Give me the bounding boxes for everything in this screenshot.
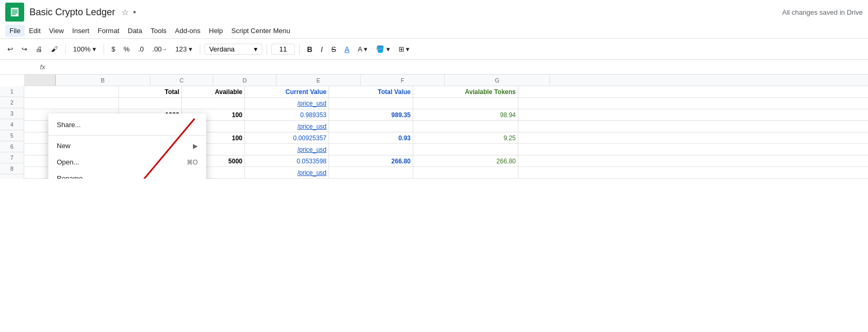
col-header-b[interactable]: B xyxy=(56,75,150,86)
svg-rect-2 xyxy=(12,11,18,12)
format-123-button[interactable]: 123 ▾ xyxy=(172,43,196,55)
decimal-decrease-button[interactable]: .0 xyxy=(135,43,147,55)
zoom-button[interactable]: 100% ▾ xyxy=(70,43,99,55)
cell-e6[interactable]: /price_usd xyxy=(245,144,329,155)
currency-button[interactable]: $ xyxy=(108,43,118,55)
menu-item-new[interactable]: New ▶ xyxy=(48,138,206,154)
cell-f7[interactable]: 266.80 xyxy=(329,155,413,167)
toolbar-separator-5 xyxy=(299,44,300,55)
menu-view[interactable]: View xyxy=(45,25,68,37)
toolbar-separator-2 xyxy=(104,44,104,55)
cell-g2[interactable] xyxy=(413,98,518,109)
cell-e3[interactable]: 0.989353 xyxy=(245,109,329,120)
cell-g8[interactable] xyxy=(413,167,518,178)
row-header-5: 5 xyxy=(0,130,24,141)
open-label: Open... xyxy=(57,158,187,166)
fill-color-button[interactable]: 🪣 ▾ xyxy=(373,43,393,55)
star-icon[interactable]: ☆ xyxy=(121,7,129,17)
cell-g3[interactable]: 98.94 xyxy=(413,109,518,120)
menu-insert[interactable]: Insert xyxy=(68,25,94,37)
cell-e7[interactable]: 0.0533598 xyxy=(245,155,329,167)
toolbar: ↩ ↪ 🖨 🖌 100% ▾ $ % .0 .00→ 123 ▾ Verdana… xyxy=(0,39,868,60)
font-name-selector[interactable]: Verdana ▾ xyxy=(205,44,262,55)
decimal-increase-button[interactable]: .00→ xyxy=(149,43,170,55)
open-shortcut: ⌘O xyxy=(187,159,198,166)
svg-rect-0 xyxy=(11,8,19,17)
row-header-2: 2 xyxy=(0,97,24,108)
menu-bar: File Edit View Insert Format Data Tools … xyxy=(0,23,868,39)
menu-item-rename[interactable]: Rename... xyxy=(48,170,206,179)
toolbar-separator-4 xyxy=(267,44,267,55)
document-title: Basic Crypto Ledger xyxy=(29,7,115,18)
cell-e8[interactable]: /price_usd xyxy=(245,167,329,178)
col-header-f[interactable]: F xyxy=(361,75,445,86)
col-header-c[interactable]: C xyxy=(150,75,213,86)
cell-e4[interactable]: /price_usd xyxy=(245,121,329,132)
cell-g6[interactable] xyxy=(413,144,518,155)
cell-g5[interactable]: 9.25 xyxy=(413,132,518,143)
cell-g7[interactable]: 266.80 xyxy=(413,155,518,167)
column-header-row: B C D E F G xyxy=(24,75,868,86)
col-header-g[interactable]: G xyxy=(445,75,550,86)
cell-f5[interactable]: 0.93 xyxy=(329,132,413,143)
cell-g4[interactable] xyxy=(413,121,518,132)
redo-button[interactable]: ↪ xyxy=(18,43,30,55)
cell-e2[interactable]: /price_usd xyxy=(245,98,329,109)
underline-button[interactable]: A xyxy=(341,43,352,56)
svg-rect-4 xyxy=(12,14,16,15)
menu-format[interactable]: Format xyxy=(94,25,124,37)
row-header-1: 1 xyxy=(0,86,24,97)
strikethrough-button[interactable]: S xyxy=(328,43,339,56)
toolbar-separator-1 xyxy=(65,44,66,55)
cell-b1[interactable] xyxy=(24,86,119,97)
cell-g1[interactable]: Avialable Tokens xyxy=(413,86,518,97)
title-bar: Basic Crypto Ledger ☆ ▪ All changes save… xyxy=(0,0,868,23)
cell-f8[interactable] xyxy=(329,167,413,178)
menu-edit[interactable]: Edit xyxy=(25,25,45,37)
menu-tools[interactable]: Tools xyxy=(146,25,170,37)
cell-f6[interactable] xyxy=(329,144,413,155)
undo-button[interactable]: ↩ xyxy=(4,43,16,55)
sheets-logo xyxy=(5,3,24,22)
menu-script-center[interactable]: Script Center Menu xyxy=(227,25,294,37)
cell-b2[interactable] xyxy=(24,98,119,109)
print-button[interactable]: 🖨 xyxy=(33,43,46,55)
spreadsheet-container: B C D E F G 1 2 3 4 5 6 7 8 Total Availa… xyxy=(0,75,868,179)
percent-button[interactable]: % xyxy=(120,43,133,55)
cell-e5[interactable]: 0.00925357 xyxy=(245,132,329,143)
menu-addons[interactable]: Add-ons xyxy=(171,25,205,37)
borders-button[interactable]: ⊞ ▾ xyxy=(395,43,413,55)
font-size-selector[interactable]: 11 xyxy=(271,44,295,55)
cell-f2[interactable] xyxy=(329,98,413,109)
col-header-a[interactable] xyxy=(24,75,56,86)
row-header-7: 7 xyxy=(0,152,24,163)
cell-c2[interactable] xyxy=(119,98,182,109)
cell-f1[interactable]: Total Value xyxy=(329,86,413,97)
italic-button[interactable]: I xyxy=(318,43,326,56)
new-arrow-icon: ▶ xyxy=(193,142,198,150)
row-header-3: 3 xyxy=(0,108,24,119)
bold-button[interactable]: B xyxy=(304,43,315,56)
menu-file[interactable]: File xyxy=(5,25,25,37)
menu-item-share[interactable]: Share... xyxy=(48,117,206,133)
font-name-label: Verdana xyxy=(209,45,234,53)
toolbar-separator-3 xyxy=(200,44,200,55)
table-row: /price_usd xyxy=(24,98,868,109)
cell-f3[interactable]: 989.35 xyxy=(329,109,413,120)
cell-d2[interactable] xyxy=(182,98,245,109)
text-color-button[interactable]: A ▾ xyxy=(355,43,371,55)
row-header-4: 4 xyxy=(0,119,24,130)
row-headers: 1 2 3 4 5 6 7 8 xyxy=(0,86,24,179)
cell-e1[interactable]: Current Value xyxy=(245,86,329,97)
cell-f4[interactable] xyxy=(329,121,413,132)
col-header-d[interactable]: D xyxy=(213,75,277,86)
table-row: Total Available Current Value Total Valu… xyxy=(24,86,868,98)
menu-data[interactable]: Data xyxy=(124,25,146,37)
menu-item-open[interactable]: Open... ⌘O xyxy=(48,154,206,170)
menu-help[interactable]: Help xyxy=(205,25,227,37)
cell-c1[interactable]: Total xyxy=(119,86,182,97)
folder-icon[interactable]: ▪ xyxy=(133,7,136,17)
paint-format-button[interactable]: 🖌 xyxy=(48,43,61,55)
cell-d1[interactable]: Available xyxy=(182,86,245,97)
col-header-e[interactable]: E xyxy=(277,75,361,86)
